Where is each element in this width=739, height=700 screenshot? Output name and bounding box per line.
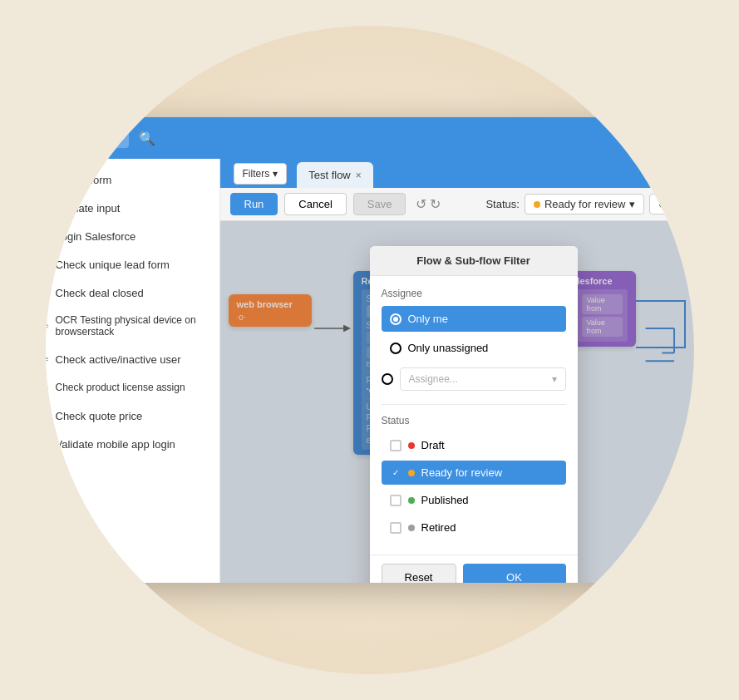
modal-body: Assignee Only me Only unassigned (370, 276, 578, 555)
retired-indicator (408, 525, 415, 531)
assignee-value: Only me (658, 198, 693, 210)
sidebar-item-5[interactable]: ⇌ Check deal closed (46, 279, 219, 307)
ready-label: Ready for review (421, 466, 503, 479)
active-tab[interactable]: Test flow × (297, 162, 373, 188)
retired-status-option[interactable]: Retired (382, 515, 566, 540)
sidebar-item-10[interactable]: ⇌ Validate mobile app login (46, 430, 219, 458)
published-indicator (408, 497, 415, 504)
search-icon[interactable]: 🔍 (139, 131, 155, 146)
undo-redo-group: ↺ ↻ (416, 196, 441, 212)
status-value: Ready for review (544, 198, 626, 210)
sidebar-item-label: Login Salesforce (56, 230, 136, 243)
retired-label: Retired (421, 521, 456, 534)
sidebar: ⇌ Fill out form ⇌ Validate input ⇌ Login… (46, 159, 220, 583)
tab-label: Test flow (308, 169, 351, 181)
run-button[interactable]: Run (230, 193, 278, 215)
retired-checkbox[interactable] (390, 522, 402, 534)
sidebar-item-label: Check quote price (56, 410, 143, 422)
assignee-dropdown[interactable]: Assignee... ▾ (400, 367, 566, 391)
flow-icon: ⇌ (46, 409, 49, 422)
assignee-dropdown-option[interactable]: Assignee... ▾ (382, 364, 566, 394)
modal-footer: Reset OK (370, 555, 578, 583)
sidebar-item-label: Check unique lead form (56, 259, 170, 271)
sidebar-item-3[interactable]: ⇌ Login Salesforce (46, 222, 219, 250)
app-title: Flows (46, 127, 81, 149)
assignee-section-label: Assignee (382, 288, 566, 299)
flow-icon: ⇌ (46, 437, 49, 451)
radio-only-unassigned (390, 343, 402, 354)
flow-icon: ⇌ (46, 258, 49, 271)
flow-icon: ⇌ (46, 229, 49, 243)
tab-bar: Filters ▾ Test flow × (220, 159, 694, 188)
sidebar-item-1[interactable]: ⇌ Fill out form (46, 165, 219, 194)
status-label-text: Status: (485, 198, 519, 210)
sidebar-item-label: OCR Testing physical device on browserst… (56, 314, 208, 338)
sidebar-item-7[interactable]: ⇌ Check active/inactive user (46, 345, 219, 373)
ok-button[interactable]: OK (463, 564, 566, 583)
flow-icon: ⇌ (46, 286, 49, 299)
status-section-label: Status (382, 415, 566, 426)
published-label: Published (421, 494, 469, 506)
only-unassigned-label: Only unassigned (408, 342, 489, 354)
sidebar-item-2[interactable]: ⇌ Validate input (46, 194, 219, 222)
status-dot-indicator (534, 201, 540, 208)
cancel-button[interactable]: Cancel (284, 193, 346, 215)
sidebar-item-6[interactable]: ⇌ OCR Testing physical device on browser… (46, 307, 219, 345)
sidebar-item-4[interactable]: ⇌ Check unique lead form (46, 250, 219, 279)
modal-title: Flow & Sub-flow Filter (370, 246, 578, 276)
draft-status-option[interactable]: Draft (382, 433, 566, 457)
chevron-down-icon: ▾ (273, 168, 278, 180)
sidebar-item-label: Validate input (56, 202, 121, 214)
flow-icon: ⇌ (46, 319, 49, 333)
draft-indicator (408, 442, 415, 449)
assignee-select[interactable]: Only me ▾ (649, 194, 693, 214)
radio-assignee (382, 373, 393, 385)
flow-icon: ⇌ (46, 381, 49, 394)
sidebar-item-9[interactable]: ⇌ Check quote price (46, 402, 219, 430)
status-area: Status: Ready for review ▾ Only me ▾ (485, 194, 693, 214)
sidebar-item-label: Validate mobile app login (56, 438, 175, 451)
right-panel: Filters ▾ Test flow × Run Cancel Save ↺ (220, 159, 694, 583)
modal-divider (382, 404, 566, 405)
ready-checkbox[interactable] (390, 467, 402, 479)
undo-button[interactable]: ↺ (416, 196, 426, 212)
status-badge[interactable]: Ready for review ▾ (525, 194, 645, 214)
ready-indicator (408, 470, 415, 476)
sidebar-item-8[interactable]: ⇌ Check product license assign (46, 373, 219, 402)
modal-overlay: Flow & Sub-flow Filter Assignee Only me (220, 221, 694, 583)
assignee-placeholder: Assignee... (409, 373, 458, 385)
flow-icon: ⇌ (46, 173, 49, 186)
save-button[interactable]: Save (353, 193, 406, 215)
flow-icon: ⇌ (46, 201, 49, 214)
ready-status-option[interactable]: Ready for review (382, 461, 566, 485)
sidebar-item-label: Check product license assign (56, 382, 185, 393)
published-checkbox[interactable] (390, 495, 402, 506)
status-chevron-icon: ▾ (629, 198, 635, 210)
filters-button[interactable]: Filters ▾ (234, 163, 288, 185)
published-status-option[interactable]: Published (382, 488, 566, 512)
sidebar-item-label: Check deal closed (56, 287, 144, 299)
only-me-option[interactable]: Only me (382, 306, 566, 332)
sidebar-item-label: Check active/inactive user (56, 353, 181, 366)
sidebar-item-label: Fill out form (56, 174, 112, 186)
content-area: ⇌ Fill out form ⇌ Validate input ⇌ Login… (46, 159, 694, 583)
draft-label: Draft (421, 439, 445, 451)
tab-close-button[interactable]: × (356, 170, 362, 181)
new-button[interactable]: New (91, 129, 129, 148)
only-me-label: Only me (408, 313, 448, 325)
redo-button[interactable]: ↻ (430, 196, 441, 212)
app-header: Flows New 🔍 (46, 117, 694, 159)
reset-button[interactable]: Reset (382, 564, 456, 583)
filter-modal: Flow & Sub-flow Filter Assignee Only me (370, 246, 578, 583)
flow-canvas: web browser ·o· Read Excel Source type (220, 221, 694, 583)
action-bar: Run Cancel Save ↺ ↻ Status: Ready for re… (220, 188, 694, 221)
only-unassigned-option[interactable]: Only unassigned (382, 335, 566, 361)
radio-only-me (390, 313, 402, 325)
draft-checkbox[interactable] (390, 440, 402, 451)
assignee-dropdown-chevron: ▾ (552, 373, 557, 385)
flow-icon: ⇌ (46, 352, 49, 366)
